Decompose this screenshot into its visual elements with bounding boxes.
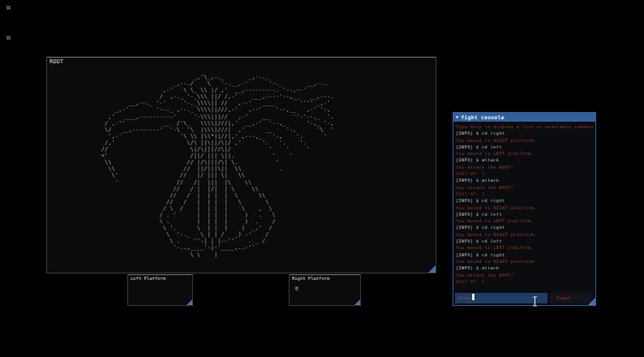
log-line: You moved to RIGHT platform. xyxy=(456,137,593,144)
log-line: You attack the ROOT! xyxy=(456,272,593,278)
resize-handle[interactable] xyxy=(428,265,436,273)
ibeam-cursor-icon xyxy=(531,295,539,310)
root-window: ROOT _,'\_,-._ _,--._ _,--./ \ '-.__,-' … xyxy=(46,57,436,273)
input-button[interactable]: Input xyxy=(550,293,593,303)
log-line: You attack the ROOT! xyxy=(456,184,593,191)
fight-console-header[interactable]: ▼fight console xyxy=(453,113,595,122)
text-caret xyxy=(472,294,474,300)
resize-handle[interactable] xyxy=(187,299,192,305)
game-screen: { "desktop_markers": [ {"name": "marker-… xyxy=(0,0,644,357)
log-line: [INFO] $ cd right xyxy=(456,130,593,136)
fight-console-title: fight console xyxy=(461,114,504,121)
left-platform-window: Left Platform xyxy=(127,274,193,306)
desktop-marker-icon xyxy=(6,36,11,40)
log-line: [INFO] $ cd right xyxy=(456,197,593,204)
log-line: You attack the ROOT! xyxy=(456,164,593,170)
log-line: You moved to RIGHT platform. xyxy=(456,258,593,265)
command-input-value: attac xyxy=(457,295,472,300)
log-line: You moved to RIGHT platform. xyxy=(456,231,593,238)
log-line: [INFO] $ attack xyxy=(456,157,593,163)
collapse-triangle-icon[interactable]: ▼ xyxy=(456,114,458,119)
log-line: You moved to LEFT platform. xyxy=(456,150,593,157)
desktop-marker-icon xyxy=(6,6,11,10)
left-platform-title[interactable]: Left Platform xyxy=(131,276,165,281)
log-line: [INFO] $ attack xyxy=(456,265,593,271)
fight-console-window: ▼fight console Type help to display a li… xyxy=(453,112,596,306)
log-line: You moved to LEFT platform. xyxy=(456,244,593,251)
root-ascii-art: _,'\_,-._ _,--._ _,--./ \ '-.__,-' '-._ … xyxy=(88,74,333,258)
log-line: ROOT HP: 1 xyxy=(456,278,593,285)
resize-handle[interactable] xyxy=(588,298,595,305)
log-line: [INFO] $ cd left xyxy=(456,211,593,217)
log-line: [INFO] $ attack xyxy=(456,177,593,183)
log-line: Type help to display a list of available… xyxy=(456,123,593,130)
log-line: [INFO] $ cd right xyxy=(456,224,593,230)
right-platform-window: Right Platform @ xyxy=(289,274,361,306)
log-line: ROOT HP: 2 xyxy=(456,191,593,197)
root-window-title[interactable]: ROOT xyxy=(49,58,63,65)
log-line: [INFO] $ cd right xyxy=(456,252,593,258)
right-platform-title[interactable]: Right Platform xyxy=(292,276,329,281)
console-log: Type help to display a list of available… xyxy=(456,123,593,290)
log-line: ROOT HP: 3 xyxy=(456,170,593,177)
log-line: [INFO] $ cd left xyxy=(456,238,593,244)
resize-handle[interactable] xyxy=(354,299,360,305)
log-line: You moved to RIGHT platform. xyxy=(456,204,593,211)
log-line: You moved to LEFT platform. xyxy=(456,217,593,224)
player-character: @ xyxy=(295,285,298,290)
log-line: [INFO] $ cd left xyxy=(456,144,593,150)
